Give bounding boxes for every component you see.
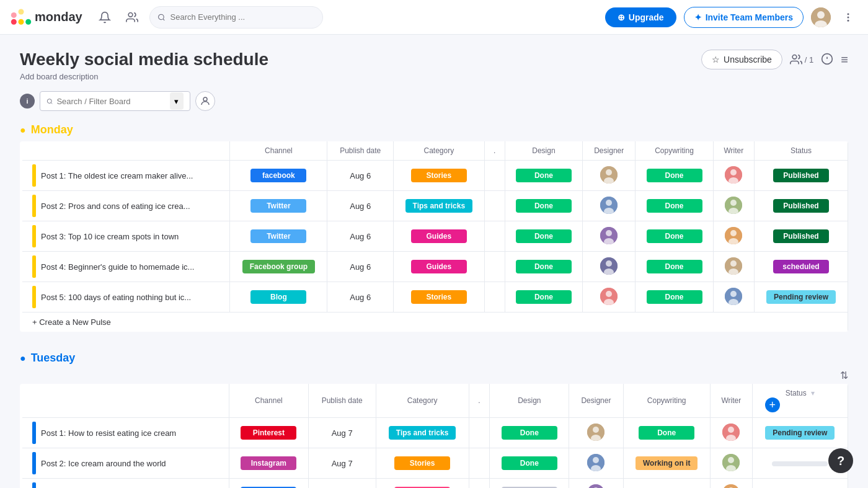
row-category[interactable]: Tips and tricks: [376, 418, 469, 448]
row-channel[interactable]: Pinterest: [229, 418, 308, 448]
row-name[interactable]: Post 1: How to resist eating ice cream: [21, 418, 229, 448]
help-button[interactable]: ?: [828, 448, 853, 473]
row-status[interactable]: Pending review: [752, 418, 848, 448]
row-name[interactable]: Post 3: If ice cream didn't exist, would…: [21, 479, 229, 489]
row-design[interactable]: Done: [505, 252, 582, 282]
logo-text: monday: [35, 10, 82, 24]
upgrade-button[interactable]: ⊕ Upgrade: [605, 7, 676, 27]
row-designer: [583, 191, 636, 221]
invite-icon: ✦: [694, 12, 702, 22]
board-header: Weekly social media schedule Add board d…: [20, 50, 268, 81]
row-copywriting[interactable]: Done: [636, 191, 713, 221]
status-sort-icon[interactable]: ▾: [811, 389, 815, 397]
tuesday-group-toggle[interactable]: ●: [20, 353, 26, 364]
row-channel[interactable]: Instagram: [229, 448, 308, 479]
info-button[interactable]: i: [20, 94, 35, 109]
tuesday-table: Channel Publish date Category . Design D…: [20, 384, 848, 488]
table-row[interactable]: Post 3: If ice cream didn't exist, would…: [21, 479, 848, 489]
row-name[interactable]: Post 4: Beginner's guide to homemade ic.…: [21, 252, 230, 282]
row-channel[interactable]: Facebook group: [230, 252, 327, 282]
row-designer: [569, 418, 623, 448]
row-design[interactable]: Done: [505, 161, 582, 191]
row-design[interactable]: Done: [490, 418, 569, 448]
search-bar[interactable]: [149, 6, 323, 29]
tuesday-group-title[interactable]: Tuesday: [31, 352, 76, 365]
person-filter-button[interactable]: [195, 91, 215, 111]
avatar: [587, 424, 604, 441]
avatar: [587, 454, 604, 471]
tue-add-column-button[interactable]: +: [765, 397, 780, 412]
new-pulse-row[interactable]: + Create a New Pulse: [21, 313, 848, 332]
new-pulse-label[interactable]: + Create a New Pulse: [21, 313, 848, 332]
row-channel[interactable]: Twitter: [230, 221, 327, 252]
row-channel[interactable]: Twitter: [230, 191, 327, 221]
table-row[interactable]: Post 2: Ice cream around the world Insta…: [21, 448, 848, 479]
row-copywriting[interactable]: Done: [623, 418, 710, 448]
row-name[interactable]: Post 2: Ice cream around the world: [21, 448, 229, 479]
row-channel[interactable]: Blog: [230, 282, 327, 313]
notification-icon[interactable]: [95, 7, 115, 27]
monday-group-title[interactable]: Monday: [31, 123, 73, 136]
row-dot: [484, 221, 505, 252]
row-status[interactable]: Published: [755, 161, 848, 191]
row-status[interactable]: Published: [755, 191, 848, 221]
row-channel[interactable]: facebook: [230, 161, 327, 191]
avatar: [600, 288, 618, 305]
row-category[interactable]: What if?: [376, 479, 469, 489]
row-design[interactable]: Done: [505, 282, 582, 313]
table-row[interactable]: Post 3: Top 10 ice cream spots in town T…: [21, 221, 848, 252]
row-category[interactable]: Stories: [393, 282, 484, 313]
row-name[interactable]: Post 2: Pros and cons of eating ice crea…: [21, 191, 230, 221]
filter-bar: i ▾: [20, 91, 848, 111]
board-menu-icon[interactable]: ≡: [841, 53, 848, 67]
tue-col-copywriting: Copywriting: [623, 384, 710, 418]
row-category[interactable]: Stories: [393, 161, 484, 191]
row-copywriting[interactable]: Done: [636, 282, 713, 313]
row-category[interactable]: Stories: [376, 448, 469, 479]
invite-button[interactable]: ✦ Invite Team Members: [684, 7, 804, 28]
row-design[interactable]: Done: [490, 448, 569, 479]
row-copywriting[interactable]: Done: [636, 252, 713, 282]
search-filter[interactable]: ▾: [40, 91, 190, 111]
row-status[interactable]: Published: [755, 221, 848, 252]
row-category[interactable]: Guides: [393, 221, 484, 252]
row-design[interactable]: Done: [505, 191, 582, 221]
avatar: [725, 197, 742, 214]
row-channel[interactable]: facebook: [229, 479, 308, 489]
row-copywriting[interactable]: Done: [636, 161, 713, 191]
row-status[interactable]: scheduled: [755, 252, 848, 282]
row-copywriting[interactable]: [623, 479, 710, 489]
logo[interactable]: monday: [10, 6, 82, 29]
table-row[interactable]: Post 1: How to resist eating ice cream P…: [21, 418, 848, 448]
table-row[interactable]: Post 4: Beginner's guide to homemade ic.…: [21, 252, 848, 282]
unsubscribe-button[interactable]: ☆ Unsubscribe: [701, 50, 782, 69]
row-name[interactable]: Post 5: 100 days of eating nothing but i…: [21, 282, 230, 313]
tue-col-designer: Designer: [569, 384, 623, 418]
row-status[interactable]: Pending review: [755, 282, 848, 313]
filter-dropdown-button[interactable]: ▾: [170, 92, 184, 110]
table-row[interactable]: Post 5: 100 days of eating nothing but i…: [21, 282, 848, 313]
svg-point-40: [606, 260, 612, 267]
row-design[interactable]: Up next: [490, 479, 569, 489]
row-name[interactable]: Post 1: The oldest ice cream maker alive…: [21, 161, 230, 191]
row-writer: [710, 418, 752, 448]
board-notifications-icon[interactable]: [821, 53, 833, 67]
row-name[interactable]: Post 3: Top 10 ice cream spots in town: [21, 221, 230, 252]
board-description[interactable]: Add board description: [20, 72, 268, 81]
row-status[interactable]: [752, 479, 848, 489]
row-copywriting[interactable]: Done: [636, 221, 713, 252]
people-icon[interactable]: [122, 7, 142, 27]
sort-icon[interactable]: ⇅: [840, 370, 848, 381]
settings-icon[interactable]: [838, 7, 858, 27]
row-category[interactable]: Guides: [393, 252, 484, 282]
search-input[interactable]: [170, 12, 315, 22]
table-row[interactable]: Post 1: The oldest ice cream maker alive…: [21, 161, 848, 191]
monday-group-toggle[interactable]: ●: [20, 125, 26, 136]
row-design[interactable]: Done: [505, 221, 582, 252]
row-category[interactable]: Tips and tricks: [393, 191, 484, 221]
filter-input[interactable]: [56, 97, 166, 106]
table-row[interactable]: Post 2: Pros and cons of eating ice crea…: [21, 191, 848, 221]
row-copywriting[interactable]: Working on it: [623, 448, 710, 479]
user-avatar[interactable]: [811, 7, 831, 27]
members-button[interactable]: / 1: [790, 53, 813, 66]
